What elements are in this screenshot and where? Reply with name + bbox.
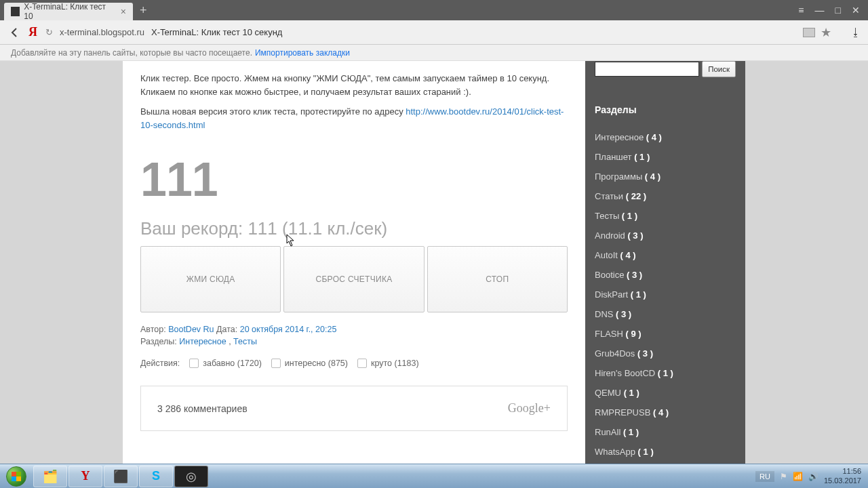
url-page-title: X-TerminaL: Клик тест 10 секунд [151,27,282,37]
close-icon[interactable]: ✕ [849,3,863,17]
category-count: ( 3 ) [637,348,653,359]
category-link[interactable]: Hiren's BootCD [595,368,658,378]
category-item[interactable]: AutoIt ( 4 ) [595,245,736,265]
downloads-icon[interactable]: ⭳ [850,26,861,39]
minimize-icon[interactable]: ― [812,3,827,17]
menu-icon[interactable]: ≡ [795,3,806,17]
reaction-funny[interactable]: забавно (1720) [189,359,262,368]
tray-flag-icon[interactable]: ⚑ [780,472,787,481]
tray-time: 11:56 [824,467,861,476]
tray-network-icon[interactable]: 📶 [793,472,803,481]
system-tray: RU ⚑ 📶 🔊 11:56 15.03.2017 [749,464,868,488]
category-link[interactable]: FLASH [595,329,626,339]
category-item[interactable]: RMPREPUSB ( 4 ) [595,403,736,422]
taskbar-explorer-icon[interactable]: 🗂️ [33,466,67,487]
meta-author-line: Автор: BootDev Ru Дата: 20 октября 2014 … [140,325,568,334]
section-link-1[interactable]: Интересное [179,337,226,346]
meta-sections-line: Разделы: Интересное , Тесты [140,337,568,346]
tray-language[interactable]: RU [755,471,774,482]
category-count: ( 3 ) [627,270,642,280]
bookmark-prompt: Добавляйте на эту панель сайты, которые … [11,48,252,58]
new-tab-button[interactable]: + [140,3,147,18]
stop-button[interactable]: СТОП [427,246,568,312]
url-input[interactable]: x-terminal.blogspot.ru X-TerminaL: Клик … [60,27,803,37]
category-link[interactable]: Grub4Dos [595,348,637,359]
category-item[interactable]: Тесты ( 1 ) [595,206,736,226]
browser-tab-strip: X-TerminaL: Клик тест 10 × + ≡ ― □ ✕ [0,0,868,20]
category-item[interactable]: Программы ( 4 ) [595,167,736,186]
taskbar-app-icon[interactable]: ⬛ [104,466,138,487]
category-link[interactable]: Тесты [595,211,622,221]
browser-tab[interactable]: X-TerminaL: Клик тест 10 × [4,3,133,20]
category-link[interactable]: DiskPart [595,289,631,300]
taskbar: 🗂️ Y ⬛ S ◎ RU ⚑ 📶 🔊 11:56 15.03.2017 [0,464,868,488]
category-link[interactable]: QEMU [595,388,624,398]
category-link[interactable]: Статьи [595,191,626,201]
taskbar-obs-icon[interactable]: ◎ [174,466,208,487]
date-link[interactable]: 20 октября 2014 г., 20:25 [240,325,337,334]
start-button[interactable] [0,464,33,489]
reload-icon[interactable]: ↻ [45,27,53,37]
window-controls: ≡ ― □ ✕ [795,3,868,17]
reaction-funny-label: забавно (1720) [203,359,262,368]
author-link[interactable]: BootDev Ru [168,325,214,334]
sidebar: Поиск Разделы Интересное ( 4 )Планшет ( … [585,61,745,464]
import-bookmarks-link[interactable]: Импортировать закладки [255,48,350,58]
category-link[interactable]: WhatsApp [595,447,638,457]
category-item[interactable]: QEMU ( 1 ) [595,383,736,403]
category-count: ( 4 ) [646,132,662,142]
category-item[interactable]: Статьи ( 22 ) [595,186,736,206]
back-icon[interactable] [7,24,23,41]
category-link[interactable]: DNS [595,309,616,319]
page-viewport: Клик тестер. Все просто. Жмем на кнопку … [0,61,868,464]
category-item[interactable]: Планшет ( 1 ) [595,147,736,167]
category-item[interactable]: Android ( 3 ) [595,226,736,245]
reaction-cool[interactable]: круто (1183) [357,359,419,368]
reactions-row: Действия: забавно (1720) интересно (875)… [140,359,568,368]
category-count: ( 1 ) [623,427,639,437]
reset-counter-button[interactable]: СБРОС СЧЕТЧИКА [283,246,424,312]
taskbar-skype-icon[interactable]: S [139,466,173,487]
category-count: ( 4 ) [653,407,669,418]
category-link[interactable]: RunAll [595,427,623,437]
category-count: ( 22 ) [626,191,646,201]
category-item[interactable]: RunAll ( 1 ) [595,422,736,442]
category-count: ( 1 ) [634,152,650,162]
category-item[interactable]: DNS ( 3 ) [595,304,736,324]
tray-volume-icon[interactable]: 🔊 [808,472,818,481]
lock-icon[interactable] [803,28,815,37]
category-item[interactable]: DiskPart ( 1 ) [595,285,736,304]
click-here-button[interactable]: ЖМИ СЮДА [140,246,281,312]
category-link[interactable]: Bootice [595,270,627,280]
click-counter: 111 [140,156,568,203]
tray-clock[interactable]: 11:56 15.03.2017 [824,467,861,485]
category-link[interactable]: Планшет [595,152,634,162]
maximize-icon[interactable]: □ [833,3,844,17]
category-link[interactable]: Программы [595,171,645,182]
category-item[interactable]: Bootice ( 3 ) [595,265,736,285]
search-input[interactable] [595,62,699,77]
section-link-2[interactable]: Тесты [233,337,257,346]
category-item[interactable]: FLASH ( 9 ) [595,324,736,344]
category-link[interactable]: Android [595,230,627,241]
category-count: ( 3 ) [627,230,643,241]
category-item[interactable]: Grub4Dos ( 3 ) [595,344,736,363]
tab-close-icon[interactable]: × [121,6,126,17]
reaction-interesting[interactable]: интересно (875) [271,359,348,368]
category-count: ( 9 ) [626,329,642,339]
category-link[interactable]: AutoIt [595,250,620,260]
bookmark-star-icon[interactable]: ★ [821,25,831,40]
category-item[interactable]: Интересное ( 4 ) [595,127,736,147]
search-button[interactable]: Поиск [702,61,736,77]
actions-label: Действия: [140,359,180,368]
category-count: ( 3 ) [616,309,631,319]
taskbar-yandex-icon[interactable]: Y [68,466,102,487]
category-item[interactable]: Hiren's BootCD ( 1 ) [595,363,736,383]
tray-date: 15.03.2017 [824,476,861,485]
google-plus-label: Google+ [508,401,551,415]
yandex-icon[interactable]: Я [28,25,37,39]
meta-author-label: Автор: [140,325,166,334]
category-link[interactable]: Интересное [595,132,646,142]
category-link[interactable]: RMPREPUSB [595,407,653,418]
category-item[interactable]: WhatsApp ( 1 ) [595,442,736,462]
